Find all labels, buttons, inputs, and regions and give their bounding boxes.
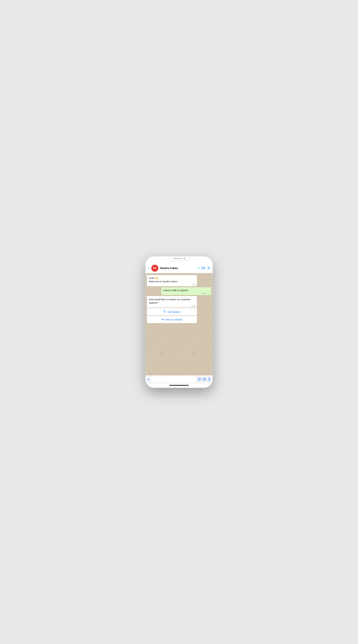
message-text: Hello 👋 Welcome to Sandra Cakes [149, 277, 178, 283]
verified-icon: ✔ [198, 266, 200, 270]
visit-website-icon: ↪ [162, 318, 164, 321]
call-support-label: Call support [168, 310, 180, 313]
notch-line [173, 258, 182, 259]
double-check-icon: ✓✓ [206, 292, 210, 294]
message-time: 12:01 ✓✓ [202, 292, 210, 294]
message-text: How would like to contact our customer s… [149, 298, 191, 304]
home-bar [170, 385, 188, 386]
notch [168, 256, 190, 261]
visit-website-button[interactable]: ↪ Visit our website [147, 316, 197, 323]
video-call-icon[interactable] [202, 266, 205, 270]
visit-website-label: Visit our website [165, 318, 182, 321]
sticker-icon[interactable] [198, 378, 201, 382]
back-button[interactable]: ‹ [147, 266, 150, 271]
contact-name: Sandra Cakes [160, 266, 196, 270]
svg-rect-0 [202, 267, 204, 269]
message-received-1: Hello 👋 Welcome to Sandra Cakes 12:01 [147, 275, 197, 286]
message-time: 12:01 [191, 305, 196, 307]
add-button[interactable]: + [147, 377, 150, 382]
phone-call-icon[interactable] [208, 266, 211, 270]
chat-header: ‹ SC Sandra Cakes ✔ [146, 264, 212, 273]
svg-rect-2 [208, 378, 210, 379]
bot-response-container: How would like to contact our customer s… [147, 296, 197, 323]
header-action-icons [202, 266, 211, 270]
camera-icon[interactable] [203, 378, 206, 382]
input-action-icons [198, 378, 211, 382]
bot-bubble: How would like to contact our customer s… [147, 296, 197, 308]
microphone-icon[interactable] [208, 378, 211, 382]
phone-screen: ‹ SC Sandra Cakes ✔ [146, 256, 212, 388]
input-area: + [146, 375, 212, 384]
message-input[interactable] [151, 376, 196, 382]
notch-camera [184, 258, 185, 259]
call-support-icon [164, 310, 166, 314]
message-text: I want to talk to support [163, 289, 188, 292]
svg-point-1 [204, 379, 205, 380]
time-label: 12:01 [202, 292, 206, 294]
call-support-button[interactable]: Call support [147, 308, 197, 316]
avatar: SC [151, 265, 158, 272]
message-time: 12:01 [191, 284, 196, 286]
chat-area: Hello 👋 Welcome to Sandra Cakes 12:01 I … [146, 273, 212, 375]
home-indicator-area [146, 384, 212, 388]
message-sent-1: I want to talk to support 12:01 ✓✓ [161, 287, 211, 295]
phone-frame: ‹ SC Sandra Cakes ✔ [146, 256, 212, 388]
status-bar [146, 256, 212, 264]
